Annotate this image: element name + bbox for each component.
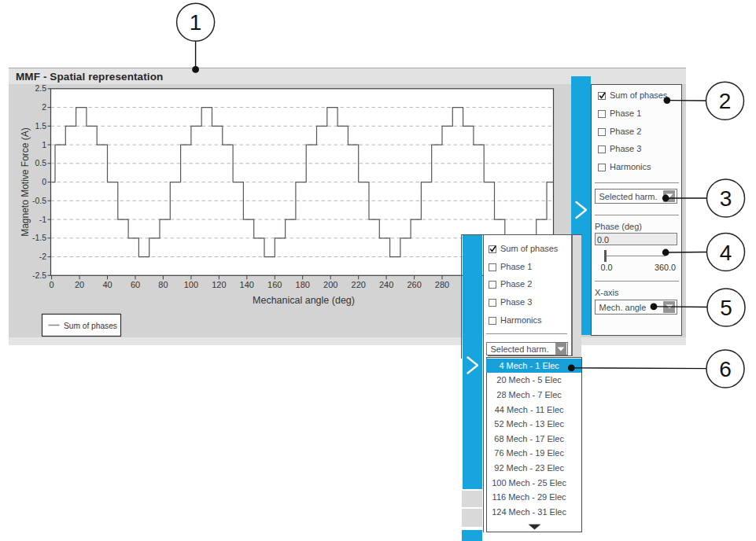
svg-text:1: 1 (190, 10, 202, 35)
svg-text:3: 3 (720, 186, 732, 211)
svg-text:4: 4 (720, 241, 732, 265)
svg-text:5: 5 (720, 296, 732, 320)
svg-text:2: 2 (719, 89, 732, 113)
svg-text:6: 6 (719, 357, 732, 381)
